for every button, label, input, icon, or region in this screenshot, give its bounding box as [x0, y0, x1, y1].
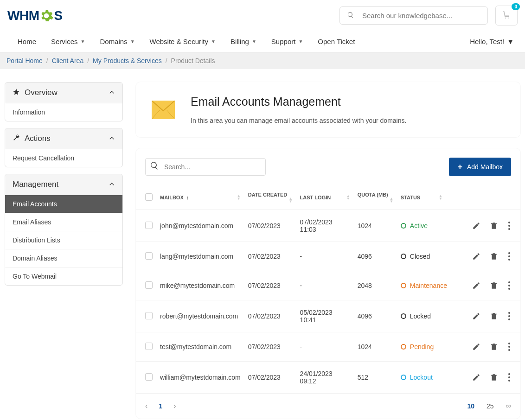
caret-down-icon: ▼ [81, 39, 85, 44]
trash-icon[interactable] [490, 373, 498, 382]
edit-icon[interactable] [472, 312, 480, 320]
trash-icon[interactable] [490, 343, 498, 351]
nav-services[interactable]: Services▼ [45, 31, 91, 52]
cell-last_login: 05/02/2023 10:41 [296, 300, 354, 332]
edit-icon[interactable] [472, 373, 480, 382]
user-menu[interactable]: Hello, Test! ▼ [470, 38, 514, 45]
trash-icon[interactable] [490, 312, 498, 320]
row-checkbox[interactable] [145, 373, 153, 381]
more-icon[interactable] [507, 280, 511, 292]
row-checkbox[interactable] [145, 343, 153, 350]
breadcrumb-item[interactable]: My Products & Services [93, 57, 162, 64]
cart-badge: 0 [512, 3, 520, 10]
nav-website-security[interactable]: Website & Security▼ [143, 31, 222, 52]
edit-icon[interactable] [472, 252, 480, 261]
col-quota[interactable]: Quota (MB)▲▼ [354, 185, 397, 210]
select-all-checkbox[interactable] [145, 193, 153, 201]
gear-icon [39, 8, 54, 23]
cell-date_created: 07/02/2023 [244, 271, 296, 300]
cell-mailbox: mike@mytestdomain.com [156, 271, 244, 300]
caret-down-icon: ▼ [130, 39, 135, 44]
logo[interactable]: WHM S [7, 8, 63, 23]
status-badge: Locked [401, 312, 447, 320]
nav-billing[interactable]: Billing▼ [224, 31, 263, 52]
trash-icon[interactable] [490, 252, 498, 261]
status-ring-icon [401, 254, 406, 259]
row-checkbox[interactable] [145, 281, 153, 289]
status-ring-icon [401, 344, 406, 350]
page-size-25[interactable]: 25 [487, 402, 494, 410]
cell-quota: 2048 [354, 271, 397, 300]
col-mailbox[interactable]: Mailbox↑▲▼ [156, 185, 244, 210]
caret-down-icon: ▼ [252, 39, 256, 44]
trash-icon[interactable] [490, 281, 498, 290]
table-row: robert@mytestdomain.com07/02/202305/02/2… [136, 300, 520, 332]
chevron-up-icon [109, 89, 115, 97]
cell-date_created: 07/02/2023 [244, 210, 296, 242]
edit-icon[interactable] [472, 222, 480, 230]
sidebar-item-distribution-lists[interactable]: Distribution Lists [5, 231, 122, 249]
sidebar-item-go-to-webmail[interactable]: Go To Webmail [5, 267, 122, 285]
edit-icon[interactable] [472, 343, 480, 351]
table-row: lang@mytestdomain.com07/02/2023-4096Clos… [136, 242, 520, 271]
cell-date_created: 07/02/2023 [244, 300, 296, 332]
more-icon[interactable] [507, 250, 511, 262]
more-icon[interactable] [507, 310, 511, 322]
panel-header-management[interactable]: Management [5, 174, 122, 195]
table-row: mike@mytestdomain.com07/02/2023-2048Main… [136, 271, 520, 300]
chevron-up-icon [109, 181, 115, 189]
sidebar-item-email-aliases[interactable]: Email Aliases [5, 213, 122, 231]
cart-button[interactable]: 0 [495, 6, 518, 25]
page-title: Email Accounts Management [191, 95, 406, 108]
page-size-10[interactable]: 10 [467, 402, 474, 410]
panel-header-actions[interactable]: Actions [5, 128, 122, 149]
table-search-input[interactable] [145, 158, 266, 176]
nav-home[interactable]: Home [11, 31, 43, 52]
more-icon[interactable] [507, 371, 511, 383]
trash-icon[interactable] [490, 222, 498, 230]
chevron-up-icon [109, 135, 115, 143]
row-checkbox[interactable] [145, 252, 153, 260]
breadcrumb-item[interactable]: Portal Home [6, 57, 43, 64]
breadcrumb-item[interactable]: Client Area [52, 57, 83, 64]
page-header: Email Accounts Management In this area y… [136, 82, 520, 137]
status-ring-icon [401, 283, 406, 288]
col-last-login[interactable]: Last Login▲▼ [296, 185, 354, 210]
sidebar-item-information[interactable]: Information [5, 103, 122, 121]
panel-header-overview[interactable]: Overview [5, 83, 122, 103]
col-status[interactable]: Status▲▼ [397, 185, 451, 210]
cell-last_login: - [296, 271, 354, 300]
search-icon [150, 161, 159, 173]
page-prev[interactable]: ‹ [145, 402, 147, 410]
page-size-all[interactable]: ∞ [506, 402, 511, 410]
nav-open-ticket[interactable]: Open Ticket [311, 31, 361, 52]
cell-date_created: 07/02/2023 [244, 332, 296, 362]
sidebar-item-request-cancellation[interactable]: Request Cancellation [5, 149, 122, 167]
col-date-created[interactable]: Date Created▲▼ [244, 185, 296, 210]
cell-quota: 1024 [354, 210, 397, 242]
add-mailbox-button[interactable]: + Add Mailbox [449, 158, 511, 176]
breadcrumb: Portal Home/Client Area/My Products & Se… [0, 52, 525, 69]
page-current[interactable]: 1 [159, 402, 162, 410]
cell-last_login: - [296, 332, 354, 362]
cell-quota: 4096 [354, 242, 397, 271]
table-row: test@mytestdomain.com07/02/2023-1024Pend… [136, 332, 520, 362]
row-checkbox[interactable] [145, 312, 153, 319]
add-mailbox-label: Add Mailbox [467, 163, 503, 171]
svg-point-0 [505, 18, 506, 19]
sidebar-item-domain-aliases[interactable]: Domain Aliases [5, 249, 122, 267]
more-icon[interactable] [507, 341, 511, 353]
global-search-input[interactable] [339, 6, 488, 25]
row-checkbox[interactable] [145, 222, 153, 229]
global-search [339, 6, 488, 25]
more-icon[interactable] [507, 220, 511, 232]
cell-mailbox: william@mytestdomain.com [156, 362, 244, 394]
nav-support[interactable]: Support▼ [265, 31, 309, 52]
plus-icon: + [457, 163, 462, 171]
envelope-icon [152, 101, 175, 119]
nav-domains[interactable]: Domains▼ [93, 31, 141, 52]
wrench-icon [13, 134, 20, 143]
edit-icon[interactable] [472, 281, 480, 290]
sidebar-item-email-accounts[interactable]: Email Accounts [5, 195, 122, 213]
page-next[interactable]: › [173, 402, 176, 410]
